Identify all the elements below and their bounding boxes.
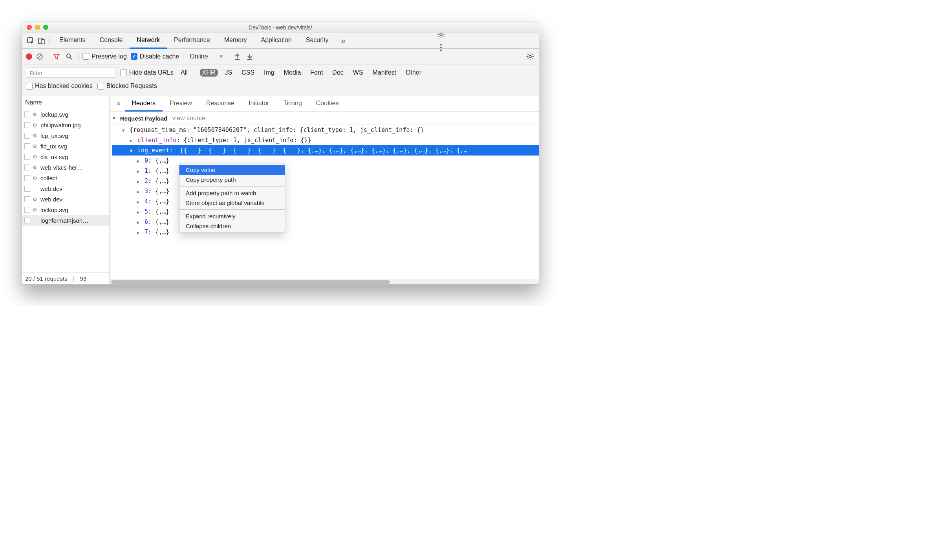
tree-node-child[interactable]: ▶ 4: {,…} [112, 196, 539, 207]
menu-item[interactable]: Store object as global variable [179, 198, 285, 208]
request-row[interactable]: web.dev [22, 183, 110, 194]
horizontal-scrollbar[interactable] [110, 279, 539, 284]
triangle-right-icon: ▶ [135, 169, 141, 174]
filter-icon[interactable] [53, 53, 62, 60]
request-row[interactable]: ⚙web-vitals-her… [22, 162, 110, 173]
detail-tab-preview[interactable]: Preview [163, 96, 199, 112]
download-har-icon[interactable] [247, 53, 255, 60]
tab-network[interactable]: Network [130, 33, 167, 49]
tree-node-child[interactable]: ▶ 1: {,…} [112, 166, 539, 176]
request-row[interactable]: ⚙lcp_ux.svg [22, 130, 110, 141]
request-name: lcp_ux.svg [40, 132, 68, 139]
request-row[interactable]: ⚙web.dev [22, 194, 110, 205]
search-icon[interactable] [66, 53, 74, 60]
tree-node-log-event[interactable]: ▼ log_event: [{ } { } { } { } { }, {,…},… [112, 145, 539, 156]
filter-type-manifest[interactable]: Manifest [370, 69, 399, 77]
filter-type-doc[interactable]: Doc [330, 69, 346, 77]
view-source-link[interactable]: view source [172, 115, 205, 122]
menu-item[interactable]: Collapse children [179, 221, 285, 231]
gear-icon: ⚙ [33, 112, 38, 117]
context-menu: Copy valueCopy property pathAdd property… [179, 163, 285, 233]
scrollbar-thumb[interactable] [111, 280, 390, 284]
tab-elements[interactable]: Elements [52, 33, 93, 49]
request-row[interactable]: ⚙collect [22, 173, 110, 183]
filter-type-xhr[interactable]: XHR [200, 69, 218, 77]
has-blocked-cookies-checkbox[interactable]: Has blocked cookies [26, 82, 93, 90]
throttling-select[interactable]: Online ▼ [187, 53, 226, 60]
detail-tab-timing[interactable]: Timing [276, 96, 309, 112]
tab-security[interactable]: Security [299, 33, 336, 49]
request-row[interactable]: ⚙cls_ux.svg [22, 152, 110, 162]
filter-input[interactable] [26, 68, 115, 78]
tree-node-child[interactable]: ▶ 7: {,…} [112, 227, 539, 237]
headers-panel: ▼ Request Payload view source ▼ {request… [110, 112, 539, 284]
upload-har-icon[interactable] [234, 53, 243, 60]
filter-type-css[interactable]: CSS [239, 69, 257, 77]
inspect-element-icon[interactable] [25, 37, 36, 44]
disable-cache-checkbox[interactable]: ✓ Disable cache [131, 53, 179, 60]
file-icon [24, 218, 30, 223]
tree-node-child[interactable]: ▶ 3: {,…} [112, 186, 539, 196]
detail-tab-response[interactable]: Response [199, 96, 241, 112]
filter-type-media[interactable]: Media [282, 69, 304, 77]
tree-node-child[interactable]: ▶ 6: {,…} [112, 217, 539, 227]
gear-icon: ⚙ [33, 154, 38, 160]
menu-item[interactable]: Copy property path [179, 175, 285, 185]
tab-application[interactable]: Application [254, 33, 298, 49]
tree-node-child[interactable]: ▶ 5: {,…} [112, 207, 539, 217]
more-tabs-button[interactable]: » [337, 36, 349, 45]
filter-type-other[interactable]: Other [403, 69, 424, 77]
detail-tab-initiator[interactable]: Initiator [241, 96, 276, 112]
menu-item[interactable]: Expand recursively [179, 211, 285, 221]
tree-node-child[interactable]: ▶ 0: {,…} [112, 156, 539, 166]
gear-icon: ⚙ [33, 165, 38, 170]
triangle-right-icon: ▶ [135, 199, 141, 205]
network-settings-icon[interactable] [526, 53, 535, 60]
triangle-right-icon: ▶ [135, 220, 141, 225]
tab-memory[interactable]: Memory [217, 33, 254, 49]
payload-tree: ▼ {request_time_ms: "1605078406207", cli… [110, 125, 539, 237]
tab-console[interactable]: Console [93, 33, 130, 49]
filter-type-ws[interactable]: WS [351, 69, 366, 77]
filter-type-img[interactable]: Img [262, 69, 277, 77]
request-payload-section[interactable]: ▼ Request Payload view source [110, 112, 539, 125]
blocked-requests-checkbox[interactable]: Blocked Requests [97, 82, 157, 90]
close-detail-button[interactable]: × [113, 100, 125, 108]
tab-performance[interactable]: Performance [167, 33, 217, 49]
preserve-log-checkbox[interactable]: Preserve log [82, 53, 127, 60]
request-row[interactable]: ⚙philipwalton.jpg [22, 120, 110, 130]
menu-item[interactable]: Add property path to watch [179, 188, 285, 198]
tree-node-client-info[interactable]: ▶ client_info: {client_type: 1, js_clien… [112, 135, 539, 145]
gear-icon: ⚙ [33, 196, 38, 202]
kebab-menu-icon[interactable] [440, 44, 442, 51]
main-tabbar: ElementsConsoleNetworkPerformanceMemoryA… [22, 33, 539, 49]
request-row[interactable]: ⚙lockup.svg [22, 205, 110, 215]
request-row[interactable]: ⚙fid_ux.svg [22, 141, 110, 152]
tree-node-child[interactable]: ▶ 2: {,…} [112, 176, 539, 186]
clear-icon[interactable] [36, 53, 45, 60]
checkbox-unchecked-icon [26, 83, 33, 90]
request-row[interactable]: ⚙lockup.svg [22, 109, 110, 120]
has-blocked-label: Has blocked cookies [35, 82, 93, 90]
record-button[interactable] [26, 53, 32, 60]
detail-pane: × HeadersPreviewResponseInitiatorTimingC… [110, 96, 539, 284]
request-row[interactable]: log?format=json… [22, 215, 110, 226]
tree-root[interactable]: ▼ {request_time_ms: "1605078406207", cli… [112, 125, 539, 135]
filter-type-all[interactable]: All [178, 69, 190, 77]
filter-type-js[interactable]: JS [223, 69, 235, 77]
filter-type-font[interactable]: Font [308, 69, 325, 77]
triangle-right-icon: ▶ [135, 230, 141, 235]
name-column-header[interactable]: Name [22, 96, 110, 109]
gear-icon: ⚙ [33, 133, 38, 139]
separator [49, 37, 50, 45]
hide-data-urls-checkbox[interactable]: Hide data URLs [120, 69, 174, 76]
request-name: cls_ux.svg [40, 154, 68, 160]
menu-item[interactable]: Copy value [179, 165, 285, 175]
detail-tab-cookies[interactable]: Cookies [309, 96, 346, 112]
device-toolbar-icon[interactable] [36, 37, 47, 44]
file-icon [24, 165, 30, 170]
svg-rect-2 [41, 40, 45, 44]
request-name: lockup.svg [40, 111, 68, 118]
detail-tab-headers[interactable]: Headers [125, 96, 163, 112]
svg-line-8 [38, 55, 42, 59]
